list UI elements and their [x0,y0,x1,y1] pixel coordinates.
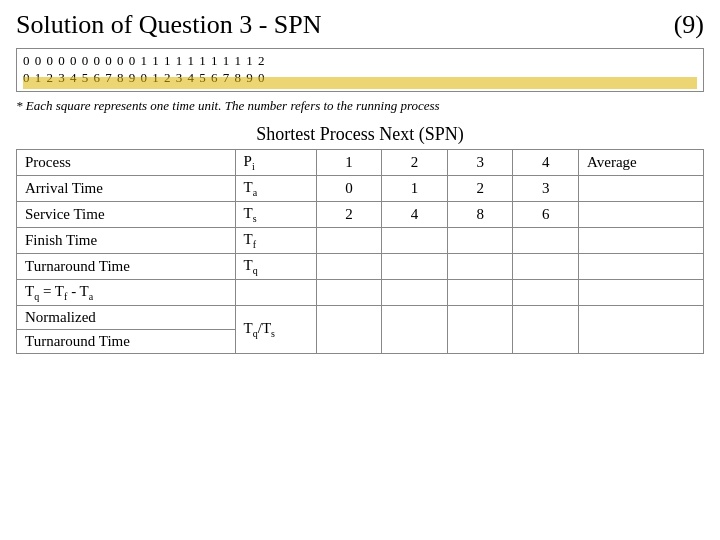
row-label-turnaround-time2: Turnaround Time [17,329,236,353]
row-val-n1 [316,305,382,353]
timeline-numbers-top: 0 0 0 0 0 0 0 0 0 0 1 1 1 1 1 1 1 1 1 1 … [23,53,266,70]
spn-table: Process Pi 1 2 3 4 Average Arrival Time … [16,149,704,354]
table-row: Process Pi 1 2 3 4 Average [17,149,704,175]
row-val-t2 [382,253,448,279]
row-val-t1 [316,253,382,279]
timeline-container: 0 0 0 0 0 0 0 0 0 0 1 1 1 1 1 1 1 1 1 1 … [16,48,704,92]
row-val-f4 [513,227,579,253]
row-avg-tq-formula [579,279,704,305]
row-avg-arrival [579,175,704,201]
row-avg-normalized [579,305,704,353]
row-label-process: Process [17,149,236,175]
row-val-f3 [447,227,513,253]
row-val-tf4 [513,279,579,305]
table-row: Service Time Ts 2 4 8 6 [17,201,704,227]
row-val-p3: 3 [447,149,513,175]
table-row: Normalized Tq/Ts [17,305,704,329]
row-symbol-arrival: Ta [235,175,316,201]
row-val-tf1 [316,279,382,305]
row-val-f2 [382,227,448,253]
question-number: (9) [674,10,704,40]
table-row: Turnaround Time Tq [17,253,704,279]
row-val-tf3 [447,279,513,305]
row-val-p2: 2 [382,149,448,175]
row-val-p1: 1 [316,149,382,175]
timeline-row-top: 0 0 0 0 0 0 0 0 0 0 1 1 1 1 1 1 1 1 1 1 … [23,53,697,70]
page-title: Solution of Question 3 - SPN [16,10,322,40]
row-label-normalized: Normalized [17,305,236,329]
row-label-tq-formula: Tq = Tf - Ta [17,279,236,305]
row-val-f1 [316,227,382,253]
row-val-a3: 2 [447,175,513,201]
row-val-n3 [447,305,513,353]
caption-text: * Each square represents one time unit. … [16,98,704,114]
row-val-a4: 3 [513,175,579,201]
table-row: Tq = Tf - Ta [17,279,704,305]
row-symbol-turnaround: Tq [235,253,316,279]
row-symbol-tq-formula [235,279,316,305]
row-val-s2: 4 [382,201,448,227]
row-symbol-finish: Tf [235,227,316,253]
row-val-s3: 8 [447,201,513,227]
row-val-n4 [513,305,579,353]
row-avg-process: Average [579,149,704,175]
row-symbol-normalized: Tq/Ts [235,305,316,353]
timeline-highlight [23,77,697,89]
row-avg-finish [579,227,704,253]
row-val-a1: 0 [316,175,382,201]
row-symbol-process: Pi [235,149,316,175]
table-title: Shortest Process Next (SPN) [256,124,464,145]
row-val-s1: 2 [316,201,382,227]
row-avg-turnaround [579,253,704,279]
row-val-p4: 4 [513,149,579,175]
row-label-service: Service Time [17,201,236,227]
row-symbol-service: Ts [235,201,316,227]
row-label-finish: Finish Time [17,227,236,253]
row-val-t3 [447,253,513,279]
row-label-arrival: Arrival Time [17,175,236,201]
row-val-n2 [382,305,448,353]
row-avg-service [579,201,704,227]
row-val-tf2 [382,279,448,305]
row-val-a2: 1 [382,175,448,201]
table-row: Arrival Time Ta 0 1 2 3 [17,175,704,201]
row-val-s4: 6 [513,201,579,227]
table-row: Finish Time Tf [17,227,704,253]
row-val-t4 [513,253,579,279]
table-wrapper: Shortest Process Next (SPN) Process Pi 1… [16,124,704,354]
row-label-turnaround: Turnaround Time [17,253,236,279]
